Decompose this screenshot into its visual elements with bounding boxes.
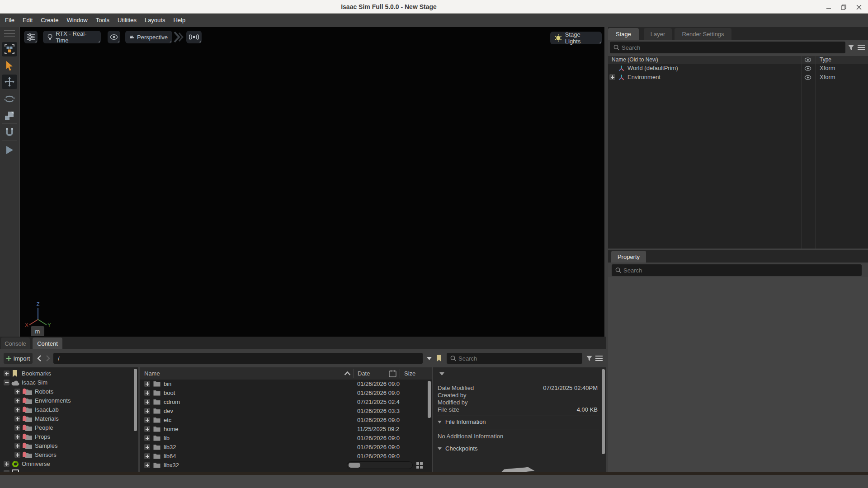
expand-icon[interactable] bbox=[144, 408, 150, 414]
bookmark-button[interactable] bbox=[435, 353, 442, 363]
toolbar-grip[interactable] bbox=[4, 30, 15, 37]
snap-tool-button[interactable] bbox=[2, 125, 17, 139]
expand-icon[interactable] bbox=[144, 381, 150, 387]
column-divider[interactable] bbox=[802, 56, 802, 249]
prim-name[interactable]: Environment bbox=[627, 73, 660, 82]
units-button[interactable]: m bbox=[31, 326, 44, 336]
tree-item-partial[interactable] bbox=[0, 469, 138, 472]
menu-edit[interactable]: Edit bbox=[19, 14, 37, 27]
tab-render-settings[interactable]: Render Settings bbox=[675, 28, 731, 40]
stage-row-world[interactable]: World (defaultPrim) Xform bbox=[608, 64, 868, 73]
tab-console[interactable]: Console bbox=[1, 338, 30, 349]
file-row-bin[interactable]: bin 01/26/2026 09:0 bbox=[140, 380, 432, 389]
prim-name[interactable]: World (defaultPrim) bbox=[627, 64, 678, 73]
file-list-scrollbar[interactable] bbox=[428, 381, 431, 418]
stage-row-environment[interactable]: Environment Xform bbox=[608, 73, 868, 82]
expand-icon[interactable] bbox=[14, 389, 20, 394]
content-options-button[interactable] bbox=[595, 355, 603, 361]
column-type[interactable]: Type bbox=[820, 56, 831, 64]
tree-item-bookmarks[interactable]: Bookmarks bbox=[0, 369, 138, 378]
tab-stage[interactable]: Stage bbox=[608, 28, 639, 40]
stage-search[interactable] bbox=[610, 42, 845, 53]
menu-tools[interactable]: Tools bbox=[92, 14, 113, 27]
tree-item-samples[interactable]: Samples bbox=[0, 441, 138, 450]
rotate-tool-button[interactable] bbox=[2, 92, 17, 106]
collapse-chevron-icon[interactable] bbox=[439, 372, 444, 375]
checkpoints-section-header[interactable]: Checkpoints bbox=[438, 445, 478, 452]
visibility-column-eye-icon[interactable] bbox=[804, 57, 811, 62]
property-search[interactable] bbox=[612, 264, 862, 276]
expand-icon[interactable] bbox=[144, 462, 150, 468]
expand-icon[interactable] bbox=[144, 444, 150, 450]
file-information-section-header[interactable]: File Information bbox=[438, 418, 486, 425]
expand-icon[interactable] bbox=[14, 398, 20, 404]
sort-ascending-icon[interactable] bbox=[344, 371, 351, 375]
file-row-lib[interactable]: lib 01/26/2026 09:0 bbox=[140, 434, 432, 443]
tab-property[interactable]: Property bbox=[611, 251, 646, 263]
viewport-settings-button[interactable] bbox=[24, 31, 38, 43]
stage-tree-header[interactable]: Name (Old to New) Type bbox=[608, 56, 868, 64]
horizontal-scrollbar-thumb[interactable] bbox=[349, 463, 360, 468]
expand-icon[interactable] bbox=[144, 453, 150, 459]
stage-search-input[interactable] bbox=[622, 42, 844, 53]
column-name[interactable]: Name (Old to New) bbox=[612, 56, 658, 64]
axis-gizmo[interactable]: Z X Y bbox=[24, 302, 52, 327]
expand-icon[interactable] bbox=[144, 390, 150, 396]
expand-icon[interactable] bbox=[4, 371, 9, 376]
tree-item-omniverse[interactable]: Omniverse bbox=[0, 460, 138, 469]
tree-item-materials[interactable]: Materials bbox=[0, 414, 138, 423]
visibility-eye-icon[interactable] bbox=[804, 75, 811, 80]
menu-layouts[interactable]: Layouts bbox=[141, 14, 170, 27]
horizontal-scrollbar[interactable] bbox=[347, 461, 413, 469]
visibility-button[interactable] bbox=[108, 31, 120, 43]
play-button[interactable] bbox=[2, 143, 17, 157]
column-size[interactable]: Size bbox=[404, 367, 415, 380]
file-row-home[interactable]: home 11/25/2025 09:2 bbox=[140, 425, 432, 434]
tree-item-sensors[interactable]: Sensors bbox=[0, 450, 138, 460]
camera-button[interactable]: Perspective bbox=[125, 31, 172, 43]
forward-button[interactable] bbox=[44, 354, 52, 363]
file-row-lib32[interactable]: lib32 01/26/2026 09:0 bbox=[140, 443, 432, 452]
column-date[interactable]: Date bbox=[358, 367, 370, 380]
file-row-cdrom[interactable]: cdrom 07/21/2025 02:4 bbox=[140, 398, 432, 407]
stage-lights-button[interactable]: Stage Lights bbox=[550, 32, 602, 44]
menu-file[interactable]: File bbox=[1, 14, 19, 27]
expand-icon[interactable] bbox=[144, 426, 150, 432]
expand-icon[interactable] bbox=[609, 74, 615, 80]
select-tool-button[interactable] bbox=[2, 59, 17, 73]
expand-icon[interactable] bbox=[144, 417, 150, 423]
expand-icon[interactable] bbox=[144, 399, 150, 405]
content-filter-button[interactable] bbox=[585, 354, 593, 362]
stage-filter-button[interactable] bbox=[847, 43, 855, 52]
expand-icon[interactable] bbox=[14, 425, 20, 431]
back-button[interactable] bbox=[35, 354, 42, 363]
path-field[interactable] bbox=[53, 353, 423, 364]
visibility-eye-icon[interactable] bbox=[804, 66, 811, 71]
file-row-etc[interactable]: etc 01/26/2026 09:0 bbox=[140, 416, 432, 425]
expand-icon[interactable] bbox=[144, 435, 150, 441]
file-row-lib64[interactable]: lib64 01/26/2026 09:0 bbox=[140, 452, 432, 461]
file-list-header[interactable]: Name Date Size bbox=[140, 367, 432, 380]
collapse-icon[interactable] bbox=[4, 380, 9, 385]
expand-icon[interactable] bbox=[14, 416, 20, 422]
expand-icon[interactable] bbox=[4, 461, 9, 467]
tree-item-isaaclab[interactable]: IsaacLab bbox=[0, 405, 138, 414]
path-input[interactable] bbox=[58, 353, 421, 364]
tree-item-robots[interactable]: Robots bbox=[0, 387, 138, 396]
tab-content[interactable]: Content bbox=[33, 338, 62, 349]
audio-button[interactable] bbox=[186, 31, 202, 43]
renderer-button[interactable]: RTX - Real-Time bbox=[43, 31, 101, 43]
content-search[interactable] bbox=[447, 353, 582, 364]
column-divider[interactable] bbox=[816, 56, 816, 249]
tab-layer[interactable]: Layer bbox=[644, 28, 672, 40]
move-tool-button[interactable] bbox=[2, 75, 17, 89]
tree-item-props[interactable]: Props bbox=[0, 432, 138, 441]
calendar-icon[interactable] bbox=[389, 370, 396, 377]
tree-item-people[interactable]: People bbox=[0, 423, 138, 432]
menu-utilities[interactable]: Utilities bbox=[113, 14, 141, 27]
expand-icon[interactable] bbox=[14, 434, 20, 440]
expand-icon[interactable] bbox=[14, 443, 20, 449]
menu-window[interactable]: Window bbox=[62, 14, 91, 27]
expand-icon[interactable] bbox=[14, 452, 20, 458]
column-name[interactable]: Name bbox=[144, 367, 160, 380]
